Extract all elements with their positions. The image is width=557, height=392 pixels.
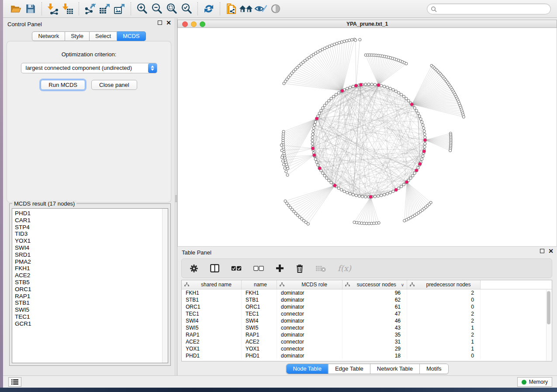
float-table-panel-icon[interactable] (540, 249, 544, 253)
column-header-successor-nodes[interactable]: successor nodes∨ (343, 280, 407, 289)
table-row[interactable]: YOX1YOX1connector291 (182, 345, 552, 352)
close-panel-icon[interactable]: ✕ (166, 21, 171, 25)
mcds-list-scrollbar[interactable] (162, 209, 168, 363)
close-table-panel-icon[interactable]: ✕ (548, 249, 554, 253)
table-row[interactable]: SWI4SWI4dominator462 (182, 317, 552, 324)
mcds-result-item[interactable]: SRD1 (15, 251, 168, 258)
mcds-result-item[interactable]: CAR1 (15, 217, 168, 224)
status-bar: Memory (3, 375, 557, 388)
select-all-icon[interactable] (231, 266, 242, 271)
network-graph[interactable] (178, 28, 557, 247)
optimization-select[interactable]: largest connected component (undirected) (21, 63, 157, 73)
zoom-selected-icon[interactable] (179, 2, 194, 15)
tab-network-table[interactable]: Network Table (370, 364, 419, 374)
memory-button[interactable]: Memory (517, 377, 552, 387)
column-header-predecessor-nodes[interactable]: predecessor nodes (407, 280, 481, 289)
network-view-window: YPA_prune.txt_1 (177, 20, 557, 247)
search-icon (431, 6, 437, 12)
zoom-in-icon[interactable] (135, 2, 149, 15)
table-settings-icon[interactable] (190, 264, 198, 273)
export-network-icon[interactable] (83, 2, 97, 15)
search-box[interactable] (427, 3, 551, 14)
table-row[interactable]: RAP1RAP1dominator352 (182, 331, 552, 338)
mcds-result-list[interactable]: PHD1CAR1STP4TID3YOX1SWI4SRD1PMA2FKH1ACE2… (12, 208, 168, 363)
table-row[interactable]: FKH1FKH1dominator962 (182, 289, 552, 296)
task-list-icon (11, 379, 19, 385)
table-row[interactable]: ACE2ACE2connector311 (182, 338, 552, 345)
main-toolbar (3, 0, 557, 18)
task-history-button[interactable] (8, 377, 21, 387)
table-row[interactable]: SWI5SWI5connector431 (182, 324, 552, 331)
network-title: YPA_prune.txt_1 (346, 21, 388, 27)
close-window-icon[interactable] (182, 21, 188, 27)
tab-network[interactable]: Network (32, 31, 65, 41)
search-input[interactable] (439, 6, 540, 12)
toolbar-separator (79, 2, 79, 15)
toolbar-separator (220, 2, 220, 15)
mcds-result-item[interactable]: PMA2 (15, 258, 168, 265)
save-session-icon[interactable] (23, 2, 38, 15)
tab-edge-table[interactable]: Edge Table (328, 364, 370, 374)
node-table[interactable]: shared namenameMCDS rolesuccessor nodes∨… (181, 280, 552, 361)
desktop-background-bottom (0, 388, 557, 392)
tab-mcds[interactable]: MCDS (117, 31, 145, 41)
mcds-result-item[interactable]: ACE2 (15, 272, 168, 279)
mcds-result-item[interactable]: STB5 (15, 279, 168, 286)
column-header-MCDS-role[interactable]: MCDS role (277, 280, 343, 289)
show-columns-icon[interactable] (210, 264, 219, 272)
mcds-result-item[interactable]: TEC1 (15, 313, 168, 320)
mcds-result-item[interactable]: PHD1 (15, 210, 168, 217)
tab-select[interactable]: Select (90, 31, 117, 41)
export-image-icon[interactable] (112, 2, 127, 15)
table-row[interactable]: TEC1TEC1connector472 (182, 310, 552, 317)
zoom-out-icon[interactable] (149, 2, 164, 15)
mcds-result-item[interactable]: YOX1 (15, 237, 168, 244)
import-table-icon[interactable] (60, 2, 75, 15)
table-scrollbar[interactable] (546, 290, 551, 361)
tab-node-table[interactable]: Node Table (286, 364, 328, 374)
mcds-result-item[interactable]: TID3 (15, 230, 168, 237)
delete-column-icon[interactable] (296, 264, 304, 273)
run-mcds-button[interactable]: Run MCDS (41, 80, 85, 90)
mcds-result-item[interactable]: RAP1 (15, 293, 168, 300)
deselect-all-icon[interactable] (253, 266, 264, 271)
clone-network-icon[interactable] (224, 2, 239, 15)
export-table-icon[interactable] (97, 2, 112, 15)
close-panel-button[interactable]: Close panel (91, 80, 137, 90)
float-panel-icon[interactable] (158, 21, 162, 25)
mcds-result-item[interactable]: STB1 (15, 299, 168, 306)
table-row[interactable]: PHD1PHD1dominator180 (182, 352, 552, 359)
network-titlebar[interactable]: YPA_prune.txt_1 (177, 20, 557, 28)
mcds-result-item[interactable]: SWI5 (15, 306, 168, 313)
delete-table-icon[interactable] (315, 265, 326, 272)
show-all-networks-icon[interactable] (239, 2, 253, 15)
mcds-result-item[interactable]: SWI4 (15, 244, 168, 251)
import-network-icon[interactable] (45, 2, 60, 15)
maximize-window-icon[interactable] (200, 21, 205, 27)
mcds-result-group: MCDS result (17 nodes) PHD1CAR1STP4TID3Y… (9, 203, 171, 366)
add-column-icon[interactable] (276, 264, 284, 272)
tab-motifs[interactable]: Motifs (419, 364, 448, 374)
column-header-name[interactable]: name (242, 280, 277, 289)
minimize-window-icon[interactable] (191, 21, 197, 27)
optimization-value: largest connected component (undirected) (26, 65, 132, 71)
table-scrollbar-thumb[interactable] (547, 291, 550, 324)
apply-function-icon[interactable]: f(x) (338, 264, 351, 273)
mcds-result-item[interactable]: FKH1 (15, 265, 168, 272)
zoom-fit-icon[interactable] (164, 2, 179, 15)
mcds-result-item[interactable]: ORC1 (15, 286, 168, 293)
control-panel-title: Control Panel (7, 21, 42, 28)
column-header-shared-name[interactable]: shared name (182, 280, 242, 289)
table-header-row: shared namenameMCDS rolesuccessor nodes∨… (182, 280, 552, 289)
mcds-result-item[interactable]: STP4 (15, 224, 168, 231)
table-row[interactable]: ORC1ORC1dominator610 (182, 303, 552, 310)
hide-selected-icon[interactable] (253, 2, 268, 15)
network-canvas[interactable] (177, 28, 557, 247)
show-hidden-icon[interactable] (268, 2, 283, 15)
apply-layout-icon[interactable] (201, 2, 216, 15)
splitter-grip-icon[interactable] (175, 195, 177, 202)
mcds-result-item[interactable]: GCR1 (15, 320, 168, 327)
table-row[interactable]: STB1STB1dominator620 (182, 296, 552, 303)
open-file-icon[interactable] (8, 2, 23, 15)
tab-style[interactable]: Style (65, 31, 90, 41)
